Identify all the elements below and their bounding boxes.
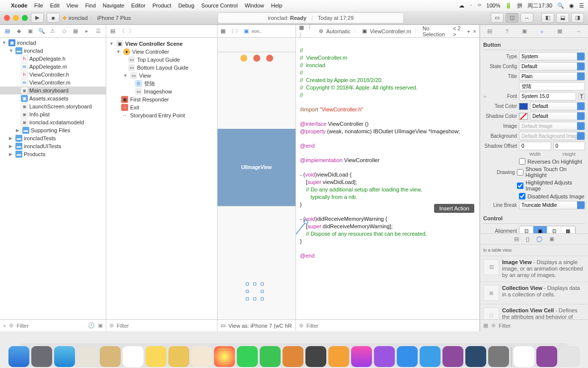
menu-debug[interactable]: Debug: [178, 2, 194, 8]
symbol-nav-icon[interactable]: ▣: [26, 28, 34, 34]
navigator-filter[interactable]: [16, 323, 85, 329]
identity-inspector-icon[interactable]: ▣: [522, 28, 527, 34]
lib-filter-icon[interactable]: ⊚: [491, 322, 496, 329]
minimize-window[interactable]: [13, 15, 19, 21]
disabled-adjusts-check[interactable]: [519, 193, 525, 199]
text-color-select[interactable]: Default: [530, 102, 585, 110]
text-color-swatch[interactable]: [519, 103, 528, 110]
menu-navigate[interactable]: Navigate: [103, 2, 124, 8]
project-root[interactable]: ▼▣ironclad: [0, 39, 106, 47]
outline-toggle-icon[interactable]: ▤: [110, 28, 115, 34]
menu-edit[interactable]: Edit: [50, 2, 60, 8]
debug-nav-icon[interactable]: ▦: [72, 28, 79, 34]
test-nav-icon[interactable]: ◇: [60, 28, 68, 34]
recent-icon[interactable]: 🕐: [88, 322, 95, 329]
highlight-adjusts-check[interactable]: [517, 183, 523, 189]
type-select[interactable]: System: [519, 52, 585, 61]
facetime-icon[interactable]: [260, 346, 281, 367]
linebreak-select[interactable]: Truncate Middle: [519, 201, 585, 209]
close-editor-icon[interactable]: ×: [473, 28, 476, 34]
back-icon[interactable]: 〈: [119, 27, 125, 35]
menu-help[interactable]: Help: [271, 2, 283, 8]
bg-select[interactable]: Default Background Image: [519, 132, 585, 140]
filter-icon[interactable]: ⊚: [9, 322, 13, 329]
help-inspector-icon[interactable]: ?: [506, 28, 509, 34]
fr-proxy-icon[interactable]: [253, 55, 260, 62]
source-control-nav-icon[interactable]: ◆: [15, 28, 23, 34]
editor-filter[interactable]: [306, 323, 476, 329]
file-assets[interactable]: ▣Assets.xcassets: [0, 94, 106, 102]
source-code[interactable]: // // ViewController.m // ironclad // //…: [296, 38, 479, 319]
folder-products[interactable]: ▶▬Products: [0, 150, 106, 158]
close-window[interactable]: [4, 15, 10, 21]
notification-icon[interactable]: ☰: [579, 2, 584, 9]
menu-product[interactable]: Product: [152, 2, 171, 8]
menu-view[interactable]: View: [67, 2, 78, 8]
file-xcdatamodel[interactable]: ▣ironclad.xcdatamodeld: [0, 118, 106, 126]
imageshow-item[interactable]: ▭Imageshow: [106, 88, 217, 95]
exit-item[interactable]: →Exit: [106, 103, 217, 111]
finder-icon[interactable]: [8, 346, 29, 367]
file-inspector-icon[interactable]: ▤: [487, 28, 492, 34]
editor-jump-bar[interactable]: ▦ 〈 〉 ⊚Automatic〉 ▣ViewController.m〉 No …: [296, 25, 479, 38]
add-icon[interactable]: +: [3, 323, 6, 329]
outline-filter[interactable]: [117, 323, 214, 329]
file-appdelegate-m[interactable]: mAppDelegate.m: [0, 63, 106, 71]
lib-collectionview[interactable]: ▦Collection View - Displays data in a co…: [480, 282, 588, 304]
menu-editor[interactable]: Editor: [131, 2, 146, 8]
forward-icon[interactable]: 〉: [129, 27, 134, 35]
offset-h[interactable]: 0: [553, 142, 586, 150]
exit-proxy-icon[interactable]: [266, 55, 273, 62]
menu-source-control[interactable]: Source Control: [201, 2, 237, 8]
lib-imageview[interactable]: 🖼Image View - Displays a single image, o…: [480, 256, 588, 282]
library-filter[interactable]: [499, 323, 585, 329]
selected-button[interactable]: [247, 284, 262, 299]
zoom-window[interactable]: [22, 15, 28, 21]
title-select[interactable]: Plain: [519, 72, 585, 81]
lib-collectionviewcell[interactable]: ▢Collection View Cell - Defines the attr…: [480, 304, 588, 319]
panda-icon[interactable]: [514, 346, 534, 367]
uiimageview-placeholder[interactable]: UIImageView: [218, 129, 295, 206]
file-launchscreen[interactable]: ▣LaunchScreen.storyboard: [0, 102, 106, 110]
scheme-selector[interactable]: ◆ ironclad 〉 iPhone 7 Plus: [63, 14, 131, 21]
mail-icon[interactable]: [77, 346, 98, 367]
siri-icon[interactable]: ◉: [569, 2, 574, 9]
itunes-icon[interactable]: [351, 346, 372, 367]
contacts-icon[interactable]: [100, 346, 121, 367]
scene-item[interactable]: ▼▣View Controller Scene: [106, 40, 217, 48]
numbers-icon[interactable]: [305, 346, 326, 367]
file-infoplist[interactable]: ▣Info.plist: [0, 110, 106, 118]
trash-icon[interactable]: [559, 346, 580, 367]
folder-supporting[interactable]: ▶▬Supporting Files: [0, 126, 106, 134]
podcasts-icon[interactable]: [374, 346, 395, 367]
toggle-inspector-button[interactable]: ◨: [571, 13, 584, 23]
toggle-debug-button[interactable]: ⬓: [556, 13, 569, 23]
cloud-icon[interactable]: ☁︎: [459, 2, 464, 9]
lib-object-icon[interactable]: ◯: [536, 236, 542, 242]
stop-button[interactable]: ■: [47, 13, 60, 23]
h-align-segment[interactable]: ⊡▣⊡▦: [519, 226, 576, 233]
menu-find[interactable]: Find: [85, 2, 95, 8]
assistant-editor-button[interactable]: ◫: [506, 13, 518, 23]
issue-nav-icon[interactable]: ⚠: [49, 28, 57, 34]
app-name[interactable]: Xcode: [11, 2, 27, 8]
lib-file-icon[interactable]: ▤: [514, 236, 519, 242]
folder-ironclad[interactable]: ▼▬ironclad: [0, 47, 106, 55]
settings-icon[interactable]: [488, 346, 509, 367]
clock[interactable]: 周二17:30: [527, 2, 552, 9]
breakpoint-nav-icon[interactable]: ▸: [83, 28, 91, 34]
attributes-inspector-icon[interactable]: ⟐: [540, 28, 544, 34]
folder-tests[interactable]: ▶▬ironcladTests: [0, 134, 106, 142]
lib-media-icon[interactable]: ▣: [549, 236, 554, 242]
onenote2-icon[interactable]: [536, 346, 557, 367]
top-layout-guide[interactable]: ▭Top Layout Guide: [106, 56, 217, 64]
project-nav-icon[interactable]: ▤: [3, 28, 11, 34]
offset-w[interactable]: 0: [519, 142, 551, 150]
login-button-item[interactable]: B登陆: [106, 80, 217, 88]
viewcontroller-item[interactable]: ▼●View Controller: [106, 48, 217, 56]
add-editor-icon[interactable]: +: [467, 28, 470, 34]
shadow-color-select[interactable]: Default: [530, 112, 585, 120]
device-canvas[interactable]: UIImageView: [218, 38, 295, 319]
keynote-icon[interactable]: [328, 346, 349, 367]
bottom-layout-guide[interactable]: ▭Bottom Layout Guide: [106, 64, 217, 72]
